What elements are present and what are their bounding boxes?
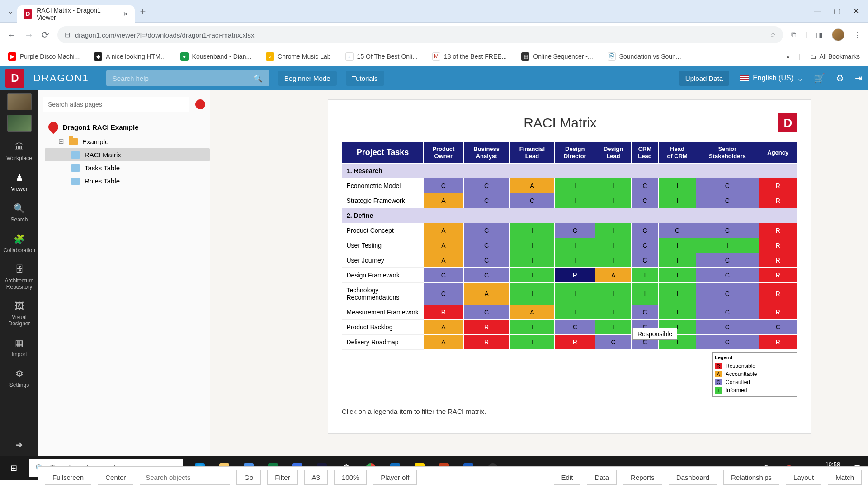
- profile-avatar[interactable]: [832, 28, 844, 41]
- raci-cell[interactable]: I: [659, 268, 696, 283]
- filter-button[interactable]: Filter: [267, 470, 297, 485]
- rail-repository[interactable]: 🗄Architecture Repository: [0, 259, 38, 296]
- start-button[interactable]: ⊞: [0, 463, 27, 473]
- tree-page-raci[interactable]: RACI Matrix: [45, 148, 210, 161]
- raci-cell[interactable]: C: [555, 320, 595, 335]
- legend-item[interactable]: CConsulted: [715, 378, 795, 386]
- raci-cell[interactable]: I: [555, 178, 595, 193]
- raci-cell[interactable]: I: [509, 223, 555, 238]
- rail-expand[interactable]: ➜: [0, 434, 38, 456]
- legend-item[interactable]: RResponsible: [715, 362, 795, 370]
- raci-cell[interactable]: C: [555, 223, 595, 238]
- raci-cell[interactable]: I: [509, 335, 555, 350]
- bookmark-star-icon[interactable]: ☆: [770, 31, 776, 39]
- relationships-button[interactable]: Relationships: [723, 470, 779, 485]
- raci-cell[interactable]: I: [509, 268, 555, 283]
- bookmark-item[interactable]: ◆A nice looking HTM...: [94, 52, 165, 61]
- raci-cell[interactable]: R: [759, 305, 797, 320]
- a3-button[interactable]: A3: [304, 470, 328, 485]
- rail-viewer[interactable]: ♟Viewer: [0, 167, 38, 197]
- tabs-dropdown[interactable]: ⌄: [4, 7, 17, 15]
- app-logo[interactable]: D: [5, 69, 24, 88]
- bookmark-item[interactable]: M13 of the Best FREE...: [432, 52, 507, 61]
- raci-cell[interactable]: C: [659, 223, 696, 238]
- raci-cell[interactable]: C: [759, 320, 797, 335]
- raci-cell[interactable]: I: [595, 193, 632, 208]
- close-window-icon[interactable]: ✕: [853, 7, 859, 15]
- raci-cell[interactable]: I: [555, 193, 595, 208]
- language-selector[interactable]: English (US) ⌄: [740, 74, 803, 83]
- raci-cell[interactable]: A: [509, 178, 555, 193]
- tree-page-tasks[interactable]: Tasks Table: [45, 161, 210, 174]
- raci-cell[interactable]: I: [509, 253, 555, 268]
- search-help-input[interactable]: [113, 75, 254, 82]
- bookmark-item[interactable]: ▶Purple Disco Machi...: [8, 52, 80, 61]
- raci-cell[interactable]: C: [632, 238, 659, 253]
- raci-cell[interactable]: C: [463, 238, 509, 253]
- reports-button[interactable]: Reports: [623, 470, 662, 485]
- url-bar[interactable]: ⊟ dragon1.com/viewer?f=/downloads/dragon…: [57, 26, 783, 43]
- raci-cell[interactable]: I: [595, 238, 632, 253]
- raci-cell[interactable]: C: [696, 223, 759, 238]
- raci-cell[interactable]: C: [632, 193, 659, 208]
- raci-cell[interactable]: I: [659, 253, 696, 268]
- raci-cell[interactable]: C: [696, 253, 759, 268]
- atlas-search-input[interactable]: [43, 97, 189, 112]
- raci-cell[interactable]: C: [463, 253, 509, 268]
- bookmark-item[interactable]: ♪Chrome Music Lab: [266, 52, 331, 61]
- side-panel-icon[interactable]: ◨: [816, 31, 823, 39]
- tree-page-roles[interactable]: Roles Table: [45, 174, 210, 188]
- rail-thumb-1[interactable]: [7, 93, 32, 110]
- raci-cell[interactable]: I: [509, 320, 555, 335]
- close-tab-icon[interactable]: ✕: [123, 10, 128, 18]
- maximize-icon[interactable]: ▢: [834, 7, 840, 15]
- raci-cell[interactable]: C: [424, 268, 464, 283]
- raci-cell[interactable]: C: [696, 335, 759, 350]
- tree-folder[interactable]: ⊟ Example: [45, 135, 210, 148]
- legend-item[interactable]: IInformed: [715, 386, 795, 394]
- raci-cell[interactable]: R: [759, 223, 797, 238]
- raci-cell[interactable]: I: [659, 305, 696, 320]
- match-button[interactable]: Match: [828, 470, 862, 485]
- upload-data-button[interactable]: Upload Data: [679, 71, 729, 86]
- raci-cell[interactable]: I: [696, 238, 759, 253]
- raci-cell[interactable]: C: [696, 178, 759, 193]
- raci-cell[interactable]: C: [696, 320, 759, 335]
- edit-button[interactable]: Edit: [554, 470, 581, 485]
- logout-icon[interactable]: ⇥: [855, 73, 863, 84]
- extensions-icon[interactable]: ⧉: [791, 31, 796, 39]
- raci-cell[interactable]: I: [555, 305, 595, 320]
- raci-cell[interactable]: C: [463, 193, 509, 208]
- rail-designer[interactable]: 🖼Visual Designer: [0, 296, 38, 332]
- raci-cell[interactable]: R: [555, 268, 595, 283]
- raci-cell[interactable]: I: [632, 268, 659, 283]
- raci-cell[interactable]: R: [555, 335, 595, 350]
- raci-cell[interactable]: I: [555, 283, 595, 305]
- raci-cell[interactable]: R: [759, 283, 797, 305]
- data-button[interactable]: Data: [587, 470, 617, 485]
- bookmarks-overflow-icon[interactable]: »: [786, 53, 790, 60]
- search-objects-input[interactable]: [140, 470, 230, 485]
- chrome-menu-icon[interactable]: ⋮: [854, 31, 861, 39]
- reload-button[interactable]: ⟳: [42, 29, 49, 40]
- raci-cell[interactable]: C: [424, 283, 464, 305]
- raci-cell[interactable]: R: [759, 253, 797, 268]
- raci-cell[interactable]: C: [632, 178, 659, 193]
- cart-icon[interactable]: 🛒: [814, 73, 825, 84]
- raci-cell[interactable]: I: [509, 238, 555, 253]
- raci-cell[interactable]: C: [424, 178, 464, 193]
- rail-collaboration[interactable]: 🧩Collaboration: [0, 228, 38, 259]
- raci-cell[interactable]: I: [659, 193, 696, 208]
- raci-cell[interactable]: C: [463, 178, 509, 193]
- raci-cell[interactable]: R: [759, 335, 797, 350]
- record-indicator-icon[interactable]: [195, 99, 205, 109]
- bookmark-item[interactable]: ⓦSoundation vs Soun...: [608, 52, 681, 61]
- raci-cell[interactable]: C: [509, 193, 555, 208]
- raci-cell[interactable]: C: [696, 268, 759, 283]
- raci-cell[interactable]: A: [463, 283, 509, 305]
- collapse-icon[interactable]: ⊟: [58, 137, 64, 145]
- raci-cell[interactable]: R: [759, 178, 797, 193]
- layout-button[interactable]: Layout: [786, 470, 821, 485]
- gear-icon[interactable]: ⚙: [836, 73, 844, 84]
- player-button[interactable]: Player off: [373, 470, 417, 485]
